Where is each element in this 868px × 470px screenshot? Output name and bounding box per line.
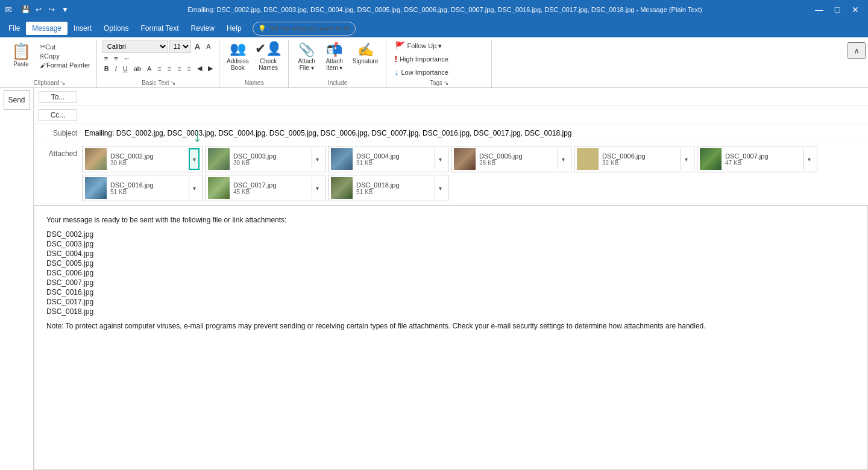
- compose-body[interactable]: Your message is ready to be sent with th…: [34, 205, 868, 470]
- collapse-ribbon-button[interactable]: ∧: [848, 42, 866, 59]
- attachment-thumbnail-1: [85, 148, 107, 170]
- redo-button[interactable]: ↪: [46, 4, 58, 16]
- ribbon-group-basic-text: Calibri 11 A A ≡ ≡ ←: [98, 40, 219, 87]
- send-button[interactable]: Send: [4, 90, 30, 110]
- decrease-indent-button[interactable]: ←: [122, 54, 133, 63]
- format-row: B I U ab A ≡ ≡ ≡ ≡ ◀ ▶: [102, 64, 215, 73]
- attachment-item-3[interactable]: DSC_0004.jpg 31 KB ▾: [328, 146, 448, 172]
- to-input[interactable]: [82, 89, 868, 105]
- attach-item-icon: 📬: [326, 42, 342, 58]
- menu-review[interactable]: Review: [185, 22, 221, 35]
- ribbon-group-names: 👥 Address Book ✔👤 Check Names Names: [221, 40, 289, 87]
- bullets-button[interactable]: ≡: [102, 54, 110, 63]
- cut-button[interactable]: ✂ Cut: [37, 42, 93, 51]
- save-button[interactable]: 💾: [19, 4, 31, 16]
- to-button[interactable]: To...: [39, 91, 77, 103]
- list-row: ≡ ≡ ←: [102, 54, 215, 63]
- basic-text-label: Basic Text ↘: [102, 78, 215, 86]
- font-color-button[interactable]: A: [145, 64, 154, 73]
- align-right-button[interactable]: ≡: [175, 64, 183, 73]
- attachment-dropdown-8[interactable]: ▾: [312, 177, 322, 199]
- font-family-select[interactable]: Calibri: [102, 40, 168, 53]
- attachment-thumbnail-8: [208, 177, 230, 199]
- strikethrough-button[interactable]: ab: [131, 64, 143, 73]
- cc-input[interactable]: [82, 107, 868, 124]
- underline-button[interactable]: U: [121, 64, 130, 73]
- exclamation-icon: !: [395, 54, 398, 64]
- attachment-size-5: 32 KB: [602, 160, 678, 166]
- signature-button[interactable]: ✍ Signature: [349, 40, 382, 67]
- shrink-font-button[interactable]: A: [204, 42, 213, 51]
- low-importance-button[interactable]: ↓ Low Importance: [391, 66, 488, 78]
- ribbon-groups: 📋 Paste ✂ Cut ⎘ Copy 🖌 Format Painter Cl…: [0, 40, 868, 87]
- attachment-dropdown-2[interactable]: ▾: [312, 148, 322, 170]
- check-names-button[interactable]: ✔👤 Check Names: [253, 40, 285, 72]
- attachment-dropdown-9[interactable]: ▾: [435, 177, 445, 199]
- attach-file-button[interactable]: 📎 Attach File ▾: [294, 40, 320, 74]
- ribbon-group-include: 📎 Attach File ▾ 📬 Attach Item ▾ ✍ Signat…: [290, 40, 386, 87]
- attachment-item-2[interactable]: DSC_0003.jpg 30 KB ▾: [205, 146, 326, 172]
- align-center-button[interactable]: ≡: [165, 64, 174, 73]
- attachment-dropdown-1[interactable]: ▾: [189, 148, 200, 170]
- increase-indent-button[interactable]: ▶: [206, 64, 215, 73]
- align-left-button[interactable]: ≡: [155, 64, 163, 73]
- attachment-dropdown-6[interactable]: ▾: [804, 148, 814, 170]
- attachment-dropdown-5[interactable]: ▾: [681, 148, 691, 170]
- menu-message[interactable]: Message: [26, 22, 68, 35]
- body-file-5: DSC_0006.jpg: [46, 269, 855, 277]
- window-controls: — □ ✕: [811, 2, 863, 17]
- qat-more-button[interactable]: ▼: [59, 4, 71, 16]
- body-file-4: DSC_0005.jpg: [46, 259, 855, 268]
- attachment-dropdown-4[interactable]: ▾: [558, 148, 568, 170]
- grow-font-button[interactable]: A: [192, 42, 203, 52]
- numbering-button[interactable]: ≡: [112, 54, 120, 63]
- attachment-dropdown-3[interactable]: ▾: [435, 148, 445, 170]
- address-book-icon: 👥: [230, 41, 246, 57]
- follow-up-button[interactable]: 🚩 Follow Up ▾: [391, 40, 488, 52]
- app-icon: ✉: [5, 5, 12, 14]
- attachment-item-4[interactable]: DSC_0005.jpg 28 KB ▾: [451, 146, 571, 172]
- body-file-7: DSC_0016.jpg: [46, 288, 855, 296]
- high-importance-button[interactable]: ! High Importance: [391, 53, 488, 65]
- attachment-item-1[interactable]: DSC_0002.jpg 30 KB ▾ ↓: [82, 146, 203, 172]
- undo-button[interactable]: ↩: [33, 4, 45, 16]
- attachment-item-6[interactable]: DSC_0007.jpg 47 KB ▾: [697, 146, 817, 172]
- compose-fields: To... Cc... Subject: [34, 88, 868, 470]
- cc-button[interactable]: Cc...: [39, 109, 77, 121]
- font-size-select[interactable]: 11: [169, 40, 191, 53]
- address-book-button[interactable]: 👥 Address Book: [224, 40, 251, 72]
- tell-me-input[interactable]: 💡 Tell me what you want to do: [253, 22, 356, 36]
- attachment-size-7: 51 KB: [110, 189, 186, 195]
- minimize-button[interactable]: —: [811, 2, 827, 17]
- attach-item-button[interactable]: 📬 Attach Item ▾: [321, 40, 348, 74]
- bold-button[interactable]: B: [102, 64, 112, 73]
- basic-text-content: Calibri 11 A A ≡ ≡ ←: [102, 40, 215, 78]
- maximize-button[interactable]: □: [829, 2, 845, 17]
- copy-button[interactable]: ⎘ Copy: [37, 52, 93, 60]
- attachment-item-8[interactable]: DSC_0017.jpg 45 KB ▾: [205, 175, 326, 201]
- attachment-item-5[interactable]: DSC_0006.jpg 32 KB ▾: [574, 146, 694, 172]
- menu-help[interactable]: Help: [221, 22, 248, 35]
- menu-insert[interactable]: Insert: [68, 22, 98, 35]
- attachment-name-4: DSC_0005.jpg: [479, 152, 555, 160]
- menu-file[interactable]: File: [2, 22, 26, 35]
- subject-input[interactable]: [82, 125, 868, 142]
- attachment-size-6: 47 KB: [725, 160, 801, 166]
- menu-format-text[interactable]: Format Text: [134, 22, 184, 35]
- clipboard-expand-icon[interactable]: ↘: [60, 80, 65, 86]
- close-button[interactable]: ✕: [848, 2, 863, 17]
- basic-text-expand-icon[interactable]: ↘: [171, 80, 175, 86]
- title-bar: ✉ 💾 ↩ ↪ ▼ Emailing: DSC_0002.jpg, DSC_00…: [0, 0, 868, 19]
- attachment-item-9[interactable]: DSC_0018.jpg 51 KB ▾: [328, 175, 448, 201]
- decrease-indent2-button[interactable]: ◀: [195, 64, 204, 73]
- format-painter-button[interactable]: 🖌 Format Painter: [37, 61, 93, 69]
- tags-expand-icon[interactable]: ↘: [444, 80, 448, 86]
- names-content: 👥 Address Book ✔👤 Check Names: [224, 40, 285, 78]
- italic-button[interactable]: I: [113, 64, 119, 73]
- paste-button[interactable]: 📋 Paste: [6, 40, 36, 70]
- justify-button[interactable]: ≡: [185, 64, 193, 73]
- attachment-dropdown-7[interactable]: ▾: [189, 177, 200, 199]
- attachment-info-7: DSC_0016.jpg 51 KB: [110, 181, 186, 195]
- menu-options[interactable]: Options: [98, 22, 134, 35]
- attachment-item-7[interactable]: DSC_0016.jpg 51 KB ▾: [82, 175, 203, 201]
